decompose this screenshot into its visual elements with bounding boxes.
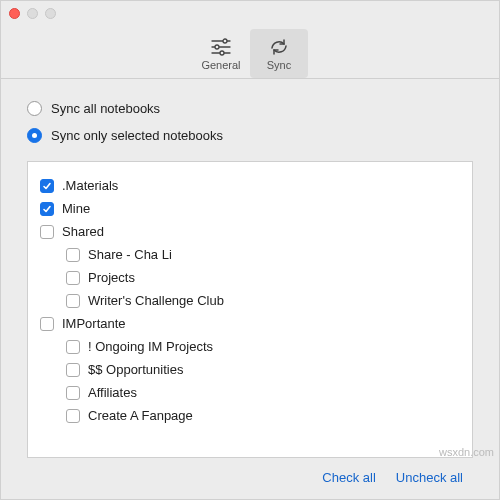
notebook-label: .Materials [62, 178, 118, 193]
minimize-icon [27, 8, 38, 19]
radio-sync-selected-label: Sync only selected notebooks [51, 128, 223, 143]
notebook-materials[interactable]: .Materials [40, 174, 460, 197]
tab-general-label: General [201, 59, 240, 71]
notebook-label: Share - Cha Li [88, 247, 172, 262]
notebook-label: Shared [62, 224, 104, 239]
notebook-label: Create A Fanpage [88, 408, 193, 423]
notebook-ongoing-im[interactable]: ! Ongoing IM Projects [66, 335, 460, 358]
radio-icon [27, 101, 42, 116]
checkbox-icon[interactable] [66, 340, 80, 354]
notebook-importante[interactable]: IMPortante [40, 312, 460, 335]
tab-general[interactable]: General [192, 29, 250, 78]
sync-icon [268, 37, 290, 57]
notebook-mine[interactable]: Mine [40, 197, 460, 220]
checkbox-icon[interactable] [66, 409, 80, 423]
zoom-icon [45, 8, 56, 19]
checkbox-icon[interactable] [66, 363, 80, 377]
checkbox-icon[interactable] [40, 179, 54, 193]
titlebar [1, 1, 499, 25]
svg-point-3 [215, 45, 219, 49]
checkbox-icon[interactable] [66, 271, 80, 285]
notebook-label: $$ Opportunities [88, 362, 183, 377]
radio-sync-all[interactable]: Sync all notebooks [27, 101, 473, 116]
notebook-list: .Materials Mine Shared Share - Cha Li [27, 161, 473, 458]
checkbox-icon[interactable] [40, 225, 54, 239]
checkbox-icon[interactable] [66, 386, 80, 400]
check-all-link[interactable]: Check all [322, 470, 375, 485]
toolbar: General Sync [1, 25, 499, 79]
preferences-window: General Sync Sync all notebooks Sync onl… [0, 0, 500, 500]
notebook-share-cha-li[interactable]: Share - Cha Li [66, 243, 460, 266]
close-icon[interactable] [9, 8, 20, 19]
notebook-label: Mine [62, 201, 90, 216]
notebook-label: Affiliates [88, 385, 137, 400]
radio-sync-selected[interactable]: Sync only selected notebooks [27, 128, 473, 143]
footer-links: Check all Uncheck all [27, 458, 473, 491]
notebook-affiliates[interactable]: Affiliates [66, 381, 460, 404]
tab-sync[interactable]: Sync [250, 29, 308, 78]
notebook-shared[interactable]: Shared [40, 220, 460, 243]
uncheck-all-link[interactable]: Uncheck all [396, 470, 463, 485]
checkbox-icon[interactable] [40, 202, 54, 216]
radio-icon [27, 128, 42, 143]
notebook-writers-challenge[interactable]: Writer's Challenge Club [66, 289, 460, 312]
content-area: Sync all notebooks Sync only selected no… [1, 79, 499, 499]
notebook-opportunities[interactable]: $$ Opportunities [66, 358, 460, 381]
notebook-label: ! Ongoing IM Projects [88, 339, 213, 354]
radio-sync-all-label: Sync all notebooks [51, 101, 160, 116]
notebook-label: Projects [88, 270, 135, 285]
notebook-importante-children: ! Ongoing IM Projects $$ Opportunities A… [40, 335, 460, 427]
svg-point-1 [223, 39, 227, 43]
notebook-projects[interactable]: Projects [66, 266, 460, 289]
checkbox-icon[interactable] [66, 294, 80, 308]
notebook-label: Writer's Challenge Club [88, 293, 224, 308]
notebook-label: IMPortante [62, 316, 126, 331]
sliders-icon [210, 37, 232, 57]
checkbox-icon[interactable] [40, 317, 54, 331]
svg-point-5 [220, 51, 224, 55]
notebook-shared-children: Share - Cha Li Projects Writer's Challen… [40, 243, 460, 312]
tab-sync-label: Sync [267, 59, 291, 71]
checkbox-icon[interactable] [66, 248, 80, 262]
notebook-create-fanpage[interactable]: Create A Fanpage [66, 404, 460, 427]
